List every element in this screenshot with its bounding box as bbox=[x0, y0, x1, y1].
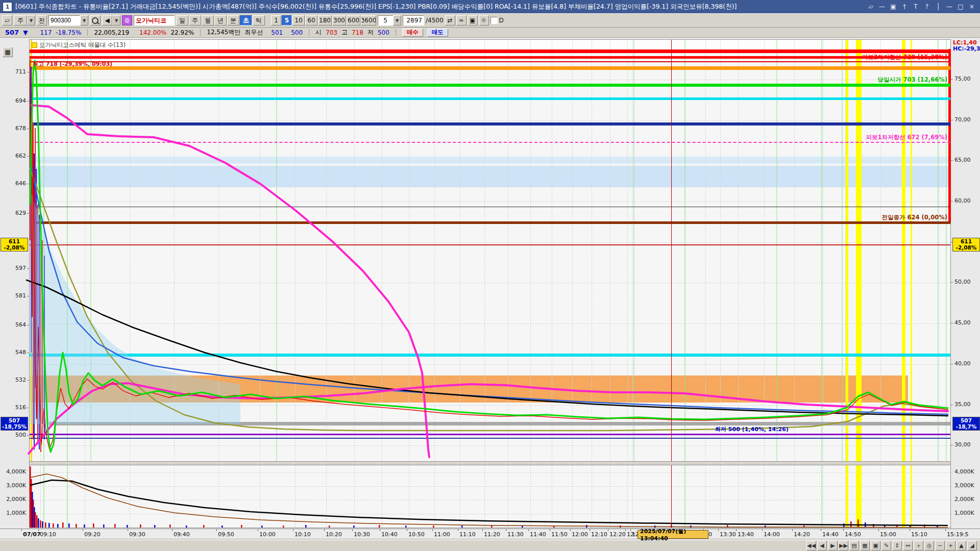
vertical-scale-icon[interactable]: ↕ bbox=[892, 541, 902, 550]
stock-code-input[interactable] bbox=[48, 15, 80, 26]
period-button-주[interactable]: 주 bbox=[189, 15, 201, 26]
search-button[interactable] bbox=[90, 15, 101, 26]
window-titlebar[interactable]: 1 [0601] 주식종합차트 - 유통비율[27.1] 거래대금[12,545… bbox=[0, 0, 980, 14]
buy-button[interactable]: 매수 bbox=[402, 29, 423, 37]
copy-window-icon[interactable]: ▣ bbox=[889, 3, 897, 10]
hc-label: HC:-29,3 bbox=[953, 46, 980, 52]
high-annotation: 최고 718 (-29,39%, 09:03) bbox=[33, 60, 112, 68]
sound-dropdown-arrow-icon[interactable]: ▼ bbox=[112, 15, 120, 26]
scale-tick-label: 45,00 bbox=[954, 320, 971, 326]
time-axis[interactable]: 07/0709:1009:2009:3009:4009:5010:0010:10… bbox=[0, 529, 980, 539]
time-tick-mark bbox=[38, 529, 39, 531]
page-next-button[interactable]: ▶ bbox=[828, 541, 838, 550]
resize-grip-icon[interactable]: ◢ bbox=[967, 541, 977, 550]
indicator-swatch-icon bbox=[32, 42, 37, 48]
time-tick-label: 11:40 bbox=[530, 531, 546, 538]
page-first-button[interactable]: ◀◀ bbox=[806, 541, 816, 550]
minimize-icon[interactable]: — bbox=[945, 3, 953, 10]
time-tick-mark bbox=[718, 529, 719, 531]
volume-bar bbox=[127, 525, 128, 528]
code-dropdown-arrow-icon[interactable]: ▼ bbox=[80, 15, 88, 26]
volume-bar bbox=[283, 525, 284, 528]
zoom-out-button[interactable]: − bbox=[935, 541, 945, 550]
app-icon: 1 bbox=[3, 2, 12, 12]
period-button-틱[interactable]: 틱 bbox=[253, 15, 265, 26]
trendline-icon[interactable]: ≈ bbox=[456, 15, 467, 26]
sound-button[interactable]: ◀ bbox=[102, 15, 112, 26]
horizontal-scale-icon[interactable]: ↔ bbox=[903, 541, 913, 550]
time-tick-mark bbox=[843, 529, 844, 531]
interval-button-60[interactable]: 60 bbox=[305, 15, 317, 26]
price-tick-label: 694 bbox=[15, 98, 26, 104]
price-axis-left[interactable]: 7116946786626466295975815645485325165006… bbox=[0, 39, 29, 528]
price-chart-pane[interactable]: 피봇2차저항선 720 (15,38%)당일시가 703 (12,66%)피봇1… bbox=[29, 39, 951, 462]
zoom-area-icon[interactable]: ◎ bbox=[924, 541, 934, 550]
help-icon[interactable]: ? bbox=[923, 3, 931, 10]
time-tick-mark bbox=[762, 529, 763, 531]
panel-expand-icon[interactable]: ▲ bbox=[957, 541, 966, 550]
grid-layout-icon[interactable]: ▦ bbox=[860, 541, 870, 550]
prev-stock-button[interactable]: 전 bbox=[37, 15, 47, 26]
period-button-월[interactable]: 월 bbox=[202, 15, 214, 26]
tick-count-select[interactable]: 5 bbox=[378, 15, 393, 26]
time-tick-mark bbox=[821, 529, 821, 531]
price-tick-label: 711 bbox=[15, 69, 26, 75]
interval-button-5[interactable]: 5 bbox=[282, 15, 292, 26]
period-button-년[interactable]: 년 bbox=[214, 15, 227, 26]
draw-tool-icon[interactable]: ✎ bbox=[881, 541, 891, 550]
dock-icon[interactable]: — bbox=[878, 3, 886, 10]
chart-list-icon[interactable]: ▤ bbox=[849, 541, 859, 550]
period-button-초[interactable]: 초 bbox=[240, 15, 252, 26]
time-tick-mark bbox=[878, 529, 879, 531]
volume-bar bbox=[36, 515, 38, 528]
period-select[interactable]: 주 bbox=[14, 15, 27, 26]
price-tick-label: 500 bbox=[15, 432, 26, 438]
volume-bar bbox=[62, 522, 64, 528]
crosshair-icon[interactable]: ＋ bbox=[914, 541, 923, 550]
interval-button-3600[interactable]: 3600 bbox=[361, 15, 376, 26]
interval-button-600[interactable]: 600 bbox=[347, 15, 360, 26]
vertical-line bbox=[671, 465, 672, 528]
cascade-window-icon[interactable]: ▱ bbox=[867, 3, 875, 10]
interval-button-10[interactable]: 10 bbox=[292, 15, 305, 26]
period-button-일[interactable]: 일 bbox=[176, 15, 188, 26]
close-icon[interactable]: × bbox=[968, 3, 976, 10]
period-select-arrow-icon[interactable]: ▼ bbox=[27, 15, 35, 26]
time-tick-label: 10:50 bbox=[408, 531, 425, 538]
maximize-icon[interactable]: □ bbox=[957, 3, 965, 10]
volume-bar bbox=[857, 519, 859, 528]
interval-button-180[interactable]: 180 bbox=[318, 15, 332, 26]
interval-button-1[interactable]: 1 bbox=[271, 15, 281, 26]
volume-bar bbox=[353, 525, 355, 528]
price-axis-right[interactable]: 75,0070,0065,0060,0055,0050,0045,0040,00… bbox=[951, 39, 980, 528]
volume-chart-pane[interactable] bbox=[29, 465, 951, 528]
font-icon[interactable]: T bbox=[912, 3, 920, 10]
time-tick-label: 14:00 bbox=[764, 531, 780, 538]
compare-icon[interactable]: ⇄ bbox=[445, 15, 455, 26]
interval-button-300[interactable]: 300 bbox=[332, 15, 346, 26]
volume-bar bbox=[203, 525, 205, 528]
day-checkbox[interactable] bbox=[491, 17, 498, 24]
settings-gear-icon[interactable]: ☼ bbox=[479, 15, 489, 26]
quote-value: 501 bbox=[271, 29, 283, 36]
axis-price-box: 611-2,08% bbox=[1, 238, 28, 252]
quote-bar: 507▼117-18.75%22,005,219142.00%22.92%12,… bbox=[0, 28, 980, 38]
sell-button[interactable]: 매도 bbox=[427, 29, 448, 37]
scale-tick-label: 60,00 bbox=[954, 198, 971, 204]
time-tick-label: 14:50 bbox=[845, 531, 861, 538]
page-last-button[interactable]: ▶▶ bbox=[839, 541, 848, 550]
volume-bar bbox=[222, 525, 223, 528]
page-prev-button[interactable]: ◀ bbox=[817, 541, 827, 550]
volume-bar bbox=[140, 524, 141, 528]
period-button-group: 일주월년분초틱 bbox=[176, 15, 265, 26]
period-button-분[interactable]: 분 bbox=[227, 15, 239, 26]
time-tick-label: 10:40 bbox=[381, 531, 398, 538]
scale-tick-label: 50,00 bbox=[954, 279, 971, 285]
zoom-in-button[interactable]: + bbox=[946, 541, 955, 550]
bar-counter-input[interactable]: 2897 bbox=[403, 15, 424, 26]
pin-icon[interactable]: † bbox=[900, 3, 909, 10]
save-chart-icon[interactable]: ▣ bbox=[468, 15, 478, 26]
window-link-icon[interactable]: ▱ bbox=[2, 15, 12, 26]
snapshot-icon[interactable]: ▣ bbox=[871, 541, 880, 550]
tick-count-arrow-icon[interactable]: ▼ bbox=[393, 15, 401, 26]
